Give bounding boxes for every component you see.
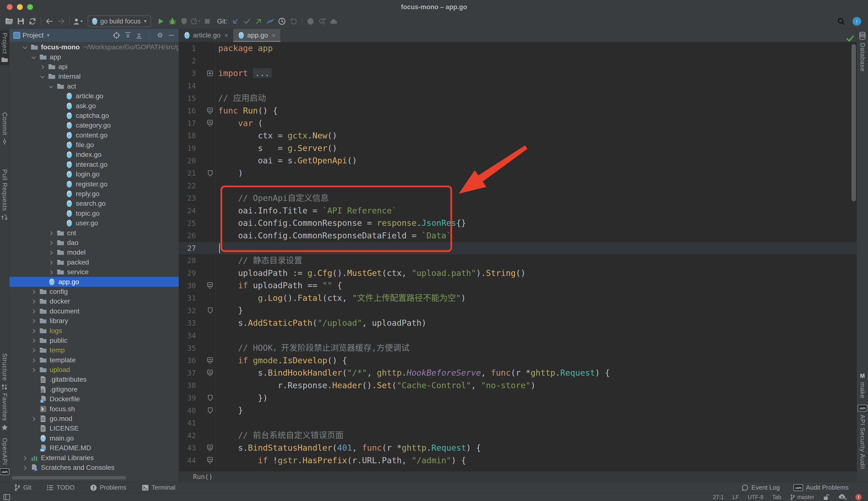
close-tab-icon[interactable]: × — [224, 32, 228, 39]
tool-window-button-api-security-audit[interactable]: /APIAPI Security Audit — [857, 404, 868, 469]
minimize-window-button[interactable] — [17, 4, 23, 10]
tree-item-go.mod[interactable]: go.mod — [9, 414, 179, 424]
tree-item-model[interactable]: model — [9, 248, 179, 257]
tree-item-readme.md[interactable]: MDREADME.MD — [9, 443, 179, 453]
chevron-right-icon[interactable] — [30, 366, 37, 373]
stop-button[interactable] — [201, 16, 213, 27]
hide-icon[interactable] — [168, 32, 175, 39]
locate-icon[interactable] — [113, 32, 120, 39]
tree-item-captcha.go[interactable]: captcha.go — [9, 111, 179, 120]
status-widget-utf-8[interactable]: UTF-8 — [747, 494, 763, 501]
zoom-window-button[interactable] — [27, 4, 33, 10]
tree-item-dao[interactable]: dao — [9, 238, 179, 248]
tree-item-logs[interactable]: logs — [9, 326, 179, 335]
tool-window-button-make[interactable]: Mmake — [857, 373, 868, 398]
project-view-title[interactable]: Project — [22, 31, 44, 39]
chevron-right-icon[interactable] — [30, 328, 37, 334]
tree-item-scratches-and-consoles[interactable]: Scratches and Consoles — [9, 463, 179, 472]
editor-scrollbar[interactable] — [851, 44, 856, 201]
tree-item-app.go[interactable]: app.go — [9, 277, 179, 287]
tree-item-internal[interactable]: internal — [9, 72, 179, 81]
gutter-fold-minus-icon[interactable] — [196, 457, 215, 464]
tree-item-interact.go[interactable]: interact.go — [9, 160, 179, 169]
tree-item-temp[interactable]: temp — [9, 345, 179, 355]
tree-item-index.go[interactable]: index.go — [9, 150, 179, 160]
project-horizontal-scrollbar[interactable] — [12, 476, 126, 479]
chevron-right-icon[interactable] — [48, 249, 54, 256]
gutter-fold-minus-icon[interactable] — [196, 445, 215, 451]
forward-button[interactable] — [55, 16, 67, 27]
profiler-dropdown-button[interactable] — [190, 16, 201, 27]
tool-window-button-database[interactable]: Database — [857, 32, 868, 72]
chevron-right-icon[interactable] — [48, 269, 54, 275]
breadcrumb[interactable]: Run() — [193, 473, 213, 480]
code-editor[interactable]: 1package app23import ...1415// 应用启动16fun… — [179, 42, 857, 471]
tool-window-button-pull-requests[interactable]: Pull Requests — [0, 169, 9, 220]
tree-item-file.go[interactable]: file.go — [9, 140, 179, 150]
gutter-fold-plus-icon[interactable] — [196, 71, 215, 76]
user-dropdown-button[interactable] — [72, 16, 84, 27]
close-tab-icon[interactable]: × — [272, 32, 275, 39]
rollback-button[interactable] — [288, 16, 299, 27]
gutter-fold-minus-icon[interactable] — [196, 370, 215, 376]
tree-item-cnt[interactable]: cnt — [9, 228, 179, 238]
tool-window-button-openapi[interactable]: OpenAPI/API — [0, 438, 9, 475]
tree-item-ask.go[interactable]: ask.go — [9, 101, 179, 110]
tree-item-app[interactable]: app — [9, 52, 179, 62]
gutter-fold-end-icon[interactable] — [196, 307, 215, 314]
editor-tab-app.go[interactable]: app.go× — [233, 29, 281, 42]
tree-item-login.go[interactable]: login.go — [9, 169, 179, 179]
chevron-down-icon[interactable] — [22, 44, 28, 51]
tree-item-act[interactable]: act — [9, 82, 179, 91]
gutter-fold-minus-icon[interactable] — [196, 120, 215, 127]
chevron-down-icon[interactable] — [30, 54, 37, 61]
tree-item-external-libraries[interactable]: External Libraries — [9, 453, 179, 462]
tool-window-button-audit-problems[interactable]: /APIAudit Problems — [793, 484, 849, 491]
chevron-down-icon[interactable]: ▼ — [46, 33, 50, 38]
back-button[interactable] — [44, 16, 55, 27]
merge-arrows-button[interactable] — [264, 16, 276, 27]
editor-tab-article.go[interactable]: article.go× — [179, 29, 233, 42]
gutter-fold-minus-icon[interactable] — [196, 282, 215, 289]
tree-item-article.go[interactable]: article.go — [9, 91, 179, 101]
chevron-right-icon[interactable] — [30, 318, 37, 324]
tree-item-library[interactable]: library — [9, 316, 179, 326]
chevron-right-icon[interactable] — [48, 230, 54, 236]
tree-item-main.go[interactable]: main.go — [9, 434, 179, 443]
tree-item-api[interactable]: api — [9, 62, 179, 72]
chevron-right-icon[interactable] — [48, 239, 54, 246]
tree-item-register.go[interactable]: register.go — [9, 179, 179, 189]
tree-item-focus.sh[interactable]: focus.sh — [9, 404, 179, 414]
inspections-ok-icon[interactable] — [846, 35, 854, 42]
chevron-right-icon[interactable] — [48, 259, 54, 266]
chevron-right-icon[interactable] — [30, 415, 37, 422]
tree-item-user.go[interactable]: user.go — [9, 218, 179, 228]
chevron-right-icon[interactable] — [30, 298, 37, 305]
run-config-select[interactable]: go build focus ▼ — [88, 15, 151, 27]
gutter-fold-minus-icon[interactable] — [196, 357, 215, 364]
chevron-right-icon[interactable] — [39, 63, 46, 70]
search-history-button[interactable] — [316, 16, 328, 27]
save-button[interactable] — [15, 16, 27, 27]
tree-item-.gitattributes[interactable]: .gitattributes — [9, 375, 179, 384]
sync-button[interactable] — [27, 16, 38, 27]
debug-button[interactable] — [167, 16, 178, 27]
commit-check-button[interactable] — [241, 16, 253, 27]
gutter-fold-end-icon[interactable] — [196, 395, 215, 401]
cloud-gear-icon[interactable]: ⚙ — [838, 493, 847, 501]
tree-item-content.go[interactable]: content.go — [9, 130, 179, 140]
tool-window-button-problems[interactable]: Problems — [90, 484, 126, 491]
git-branch-widget[interactable]: master — [790, 494, 814, 501]
history-clock-button[interactable] — [276, 16, 288, 27]
chevron-right-icon[interactable] — [22, 464, 28, 471]
tree-item-config[interactable]: config — [9, 287, 179, 297]
close-window-button[interactable] — [7, 4, 13, 10]
status-widget-lf[interactable]: LF — [733, 494, 739, 501]
tool-window-switcher-icon[interactable] — [3, 494, 10, 500]
tool-window-button-event-log[interactable]: Event Log — [742, 484, 780, 491]
tree-item-dockerfile[interactable]: DDockerfile — [9, 394, 179, 404]
tree-item-document[interactable]: document — [9, 306, 179, 316]
tool-window-button-structure[interactable]: Structure — [0, 353, 9, 390]
tool-window-button-todo[interactable]: TODO — [47, 484, 75, 491]
tree-item-.gitignore[interactable]: .gitignore — [9, 385, 179, 394]
